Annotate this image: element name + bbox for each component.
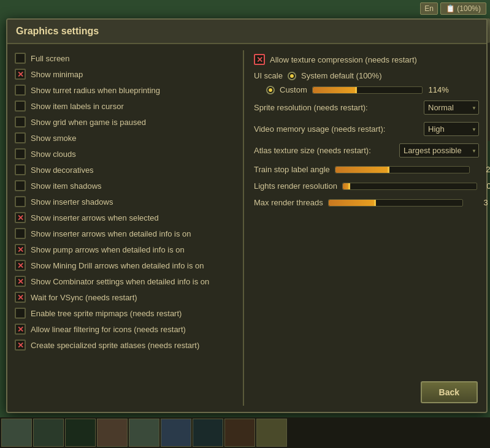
checkbox-show-combinator-settings[interactable] xyxy=(15,276,26,287)
lights-render-fill xyxy=(343,183,350,189)
checkbox-row-show-smoke[interactable]: Show smoke xyxy=(13,130,234,146)
checkbox-show-grid[interactable] xyxy=(15,116,26,127)
checkbox-row-enable-tree-mipmaps[interactable]: Enable tree sprite mipmaps (needs restar… xyxy=(13,305,234,321)
clipboard-button[interactable]: 📋 (100%) xyxy=(440,2,486,15)
language-button[interactable]: En xyxy=(420,2,438,15)
back-button[interactable]: Back xyxy=(421,381,478,403)
texture-compression-row: Allow texture compression (needs restart… xyxy=(253,50,480,69)
thumbnails-bar xyxy=(0,417,490,448)
sprite-resolution-select[interactable]: Normal High Very High xyxy=(424,101,479,115)
checkbox-show-mining-drill-arrows[interactable] xyxy=(15,260,26,271)
max-render-threads-row: Max render threads 3 xyxy=(253,194,480,211)
thumb-7 xyxy=(193,419,223,447)
thumb-2 xyxy=(33,419,64,447)
checkbox-label-show-grid: Show grid when game is paused xyxy=(31,118,146,127)
checkbox-label-show-item-labels: Show item labels in cursor xyxy=(31,102,124,111)
atlas-texture-row: Atlas texture size (needs restart): Norm… xyxy=(253,140,480,161)
checkbox-show-smoke[interactable] xyxy=(15,132,26,143)
checkbox-show-decoratives[interactable] xyxy=(15,164,26,175)
checkbox-label-show-combinator-settings: Show Combinator settings when detailed i… xyxy=(31,277,209,286)
train-stop-angle-row: Train stop label angle 25 xyxy=(253,161,480,178)
checkbox-show-turret-radius[interactable] xyxy=(15,85,26,96)
checkbox-full-screen[interactable] xyxy=(15,53,26,64)
top-bar: En 📋 (100%) xyxy=(416,0,490,17)
checkbox-label-show-inserter-arrows-detailed: Show inserter arrows when detailed info … xyxy=(31,229,191,238)
checkbox-row-wait-vsync[interactable]: Wait for VSync (needs restart) xyxy=(13,289,234,305)
checkbox-row-show-item-shadows[interactable]: Show item shadows xyxy=(13,178,234,194)
max-render-threads-fill xyxy=(329,200,375,206)
checkbox-row-show-mining-drill-arrows[interactable]: Show Mining Drill arrows when detailed i… xyxy=(13,257,234,273)
texture-compression-checkbox[interactable] xyxy=(254,54,265,65)
checkbox-row-show-item-labels[interactable]: Show item labels in cursor xyxy=(13,98,234,114)
ui-scale-custom-label: Custom xyxy=(280,85,307,94)
checkbox-show-pump-arrows[interactable] xyxy=(15,244,26,255)
max-render-threads-slider-container: 3 xyxy=(328,198,488,207)
checkbox-show-item-shadows[interactable] xyxy=(15,180,26,191)
lights-render-value: 0.25 xyxy=(481,181,490,191)
checkbox-label-show-smoke: Show smoke xyxy=(31,134,76,143)
checkbox-row-create-sprite-atlases[interactable]: Create specialized sprite atlases (needs… xyxy=(13,337,234,353)
checkbox-label-show-item-shadows: Show item shadows xyxy=(31,181,102,191)
checkbox-row-show-combinator-settings[interactable]: Show Combinator settings when detailed i… xyxy=(13,273,234,289)
checkbox-row-full-screen[interactable]: Full screen xyxy=(13,50,234,66)
ui-scale-system-radio[interactable] xyxy=(288,72,296,80)
radio-dot xyxy=(269,88,272,92)
checkbox-label-show-pump-arrows: Show pump arrows when detailed info is o… xyxy=(31,245,185,254)
train-stop-angle-slider[interactable] xyxy=(335,166,470,173)
checkbox-allow-linear-filtering[interactable] xyxy=(15,324,26,335)
checkbox-row-show-pump-arrows[interactable]: Show pump arrows when detailed info is o… xyxy=(13,241,234,257)
checkbox-row-show-clouds[interactable]: Show clouds xyxy=(13,146,234,162)
train-stop-angle-fill xyxy=(335,167,389,173)
checkbox-create-sprite-atlases[interactable] xyxy=(15,340,26,351)
checkbox-row-show-minimap[interactable]: Show minimap xyxy=(13,66,234,82)
graphics-settings-dialog: Graphics settings Full screenShow minima… xyxy=(6,18,488,413)
checkbox-show-inserter-arrows-selected[interactable] xyxy=(15,212,26,223)
checkbox-wait-vsync[interactable] xyxy=(15,292,26,303)
ui-scale-custom-radio[interactable] xyxy=(266,86,275,94)
video-memory-select[interactable]: Low Medium High Very High xyxy=(424,122,479,136)
checkbox-label-show-decoratives: Show decoratives xyxy=(31,165,94,175)
dialog-title: Graphics settings xyxy=(7,20,486,44)
ui-scale-system-label: System default (100%) xyxy=(301,71,382,80)
checkbox-row-show-turret-radius[interactable]: Show turret radius when blueprinting xyxy=(13,82,234,98)
ui-scale-label: UI scale xyxy=(254,71,283,80)
checkbox-enable-tree-mipmaps[interactable] xyxy=(15,308,26,319)
checkbox-label-show-inserter-arrows-selected: Show inserter arrows when selected xyxy=(31,213,159,222)
checkbox-show-clouds[interactable] xyxy=(15,148,26,159)
checkbox-show-inserter-arrows-detailed[interactable] xyxy=(15,228,26,239)
texture-compression-label: Allow texture compression (needs restart… xyxy=(270,55,417,64)
thumb-5 xyxy=(129,419,159,447)
atlas-texture-select[interactable]: Normal Large Largest possible xyxy=(399,143,479,158)
checkbox-label-show-clouds: Show clouds xyxy=(31,150,76,159)
atlas-texture-dropdown-wrapper[interactable]: Normal Large Largest possible xyxy=(399,143,479,158)
custom-scale-row: Custom 114% xyxy=(253,83,480,97)
checkbox-label-allow-linear-filtering: Allow linear filtering for icons (needs … xyxy=(31,325,186,334)
lights-render-row: Lights render resolution 0.25 xyxy=(253,178,480,194)
checkbox-show-minimap[interactable] xyxy=(15,69,26,80)
checkbox-row-show-grid[interactable]: Show grid when game is paused xyxy=(13,114,234,130)
thumb-8 xyxy=(224,419,255,447)
thumb-3 xyxy=(65,419,96,447)
video-memory-dropdown-wrapper[interactable]: Low Medium High Very High xyxy=(424,122,479,136)
thumb-4 xyxy=(97,419,128,447)
dialog-body: Full screenShow minimapShow turret radiu… xyxy=(7,44,486,412)
checkbox-label-show-turret-radius: Show turret radius when blueprinting xyxy=(31,86,160,95)
max-render-threads-slider[interactable] xyxy=(328,199,463,207)
checkbox-label-show-minimap: Show minimap xyxy=(31,70,83,79)
lights-render-slider-container: 0.25 xyxy=(342,181,490,191)
checkbox-row-show-decoratives[interactable]: Show decoratives xyxy=(13,162,234,178)
thumb-9 xyxy=(256,419,287,447)
checkbox-row-show-inserter-arrows-selected[interactable]: Show inserter arrows when selected xyxy=(13,210,234,226)
sprite-resolution-dropdown-wrapper[interactable]: Normal High Very High xyxy=(424,101,479,115)
checkbox-show-inserter-shadows[interactable] xyxy=(15,196,26,207)
custom-scale-slider[interactable] xyxy=(312,86,423,94)
sprite-resolution-label: Sprite resolution (needs restart): xyxy=(254,103,368,112)
train-stop-angle-label: Train stop label angle xyxy=(254,165,330,174)
checkbox-row-show-inserter-shadows[interactable]: Show inserter shadows xyxy=(13,194,234,210)
checkbox-show-item-labels[interactable] xyxy=(15,101,26,112)
lights-render-slider[interactable] xyxy=(342,183,477,190)
checkbox-label-show-mining-drill-arrows: Show Mining Drill arrows when detailed i… xyxy=(31,261,204,270)
max-render-threads-value: 3 xyxy=(467,198,488,207)
checkbox-row-allow-linear-filtering[interactable]: Allow linear filtering for icons (needs … xyxy=(13,321,234,337)
checkbox-row-show-inserter-arrows-detailed[interactable]: Show inserter arrows when detailed info … xyxy=(13,226,234,241)
